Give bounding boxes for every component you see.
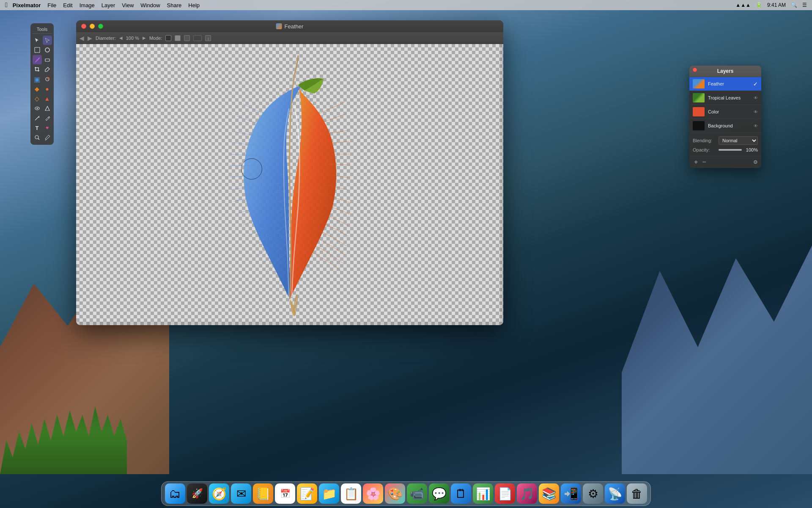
tool-eye[interactable]	[33, 104, 42, 113]
layers-title: Layers	[689, 66, 761, 77]
background-layer-visible[interactable]: 👁	[754, 124, 758, 128]
dock-ibooks[interactable]: 📚	[539, 483, 559, 504]
tool-brush[interactable]	[33, 55, 42, 64]
tool-arrow[interactable]	[43, 36, 52, 45]
dock-finder[interactable]: 🗂	[165, 483, 185, 504]
notification-icon[interactable]: ☰	[802, 2, 807, 8]
dock-prefs[interactable]: ⚙	[583, 483, 603, 504]
feather-layer-name: Feather	[708, 81, 750, 86]
background-layer-name: Background	[708, 123, 750, 128]
scrollbar-vertical[interactable]	[500, 44, 503, 325]
dock-calendar[interactable]: 📅	[275, 483, 295, 504]
remove-layer-button[interactable]: −	[701, 158, 707, 166]
menu-window[interactable]: Window	[140, 2, 160, 8]
tool-pointer[interactable]	[33, 36, 42, 45]
window-maximize[interactable]	[98, 24, 103, 29]
dock-itunes[interactable]: 🎵	[517, 483, 537, 504]
tool-smudge[interactable]: ◆	[33, 84, 42, 94]
blend-select[interactable]: Normal Multiply Screen Overlay	[719, 136, 758, 145]
tool-dodge[interactable]: ◇	[33, 94, 42, 103]
menubar:  Pixelmator File Edit Image Layer View …	[0, 0, 812, 10]
layer-tropical-leaves[interactable]: Tropical Leaves 👁	[689, 91, 761, 105]
dock-pages[interactable]: 📄	[495, 483, 515, 504]
window-minimize[interactable]	[90, 24, 95, 29]
tool-magic-wand[interactable]	[43, 45, 52, 55]
tropical-layer-visible[interactable]: 👁	[754, 96, 758, 100]
tool-eraser[interactable]	[43, 55, 52, 64]
canvas-window: Feather ◀ ▶ Diameter: ◀ 100 % ▶ Mode: ↕	[76, 20, 503, 325]
diameter-down[interactable]: ◀	[119, 36, 123, 40]
menu-image[interactable]: Image	[80, 2, 95, 8]
svg-point-1	[45, 48, 49, 52]
tool-crop[interactable]	[33, 65, 42, 74]
tool-paint-bucket[interactable]: ▣	[33, 75, 42, 84]
layers-panel-close[interactable]	[693, 68, 697, 72]
canvas-area[interactable]	[76, 44, 503, 325]
tool-shape[interactable]: ♥	[43, 123, 52, 133]
nav-forward[interactable]: ▶	[88, 35, 92, 41]
mode-btn-1[interactable]	[165, 35, 171, 41]
scrollbar-horizontal[interactable]	[76, 322, 500, 325]
menu-layer[interactable]: Layer	[102, 2, 115, 8]
apple-menu[interactable]: 	[5, 1, 8, 9]
dock-facetime[interactable]: 📹	[407, 483, 427, 504]
canvas-icon	[276, 23, 282, 29]
diameter-value[interactable]: 100 %	[126, 36, 139, 41]
search-icon[interactable]: 🔍	[791, 2, 797, 8]
dock-mail[interactable]: ✉	[231, 483, 251, 504]
tool-zoom[interactable]	[33, 133, 42, 142]
color-layer-visible[interactable]: 👁	[754, 110, 758, 114]
opacity-slider[interactable]	[719, 149, 742, 151]
mode-btn-4[interactable]	[193, 35, 202, 41]
dock-contacts[interactable]: 📒	[253, 483, 273, 504]
dock-safari[interactable]: 🧭	[209, 483, 229, 504]
nav-back[interactable]: ◀	[80, 35, 84, 41]
tool-rect-select[interactable]	[33, 45, 42, 55]
feather-layer-visible[interactable]: ✓	[753, 81, 758, 87]
dock-keynote[interactable]: 🗒	[451, 483, 471, 504]
menu-edit[interactable]: Edit	[63, 2, 72, 8]
menu-help[interactable]: Help	[188, 2, 200, 8]
dock-pixelmator[interactable]: 🎨	[385, 483, 405, 504]
layers-panel: Layers Feather ✓ Tropical Leaves 👁 Color…	[689, 66, 761, 168]
dock-photos[interactable]: 🌸	[363, 483, 383, 504]
mode-btn-2[interactable]	[175, 35, 181, 41]
menu-pixelmator[interactable]: Pixelmator	[13, 2, 41, 8]
svg-rect-0	[35, 47, 40, 52]
dock-appstore[interactable]: 📲	[561, 483, 581, 504]
dock-airdrop[interactable]: 📡	[605, 483, 625, 504]
tool-pen[interactable]	[33, 113, 42, 123]
window-close[interactable]	[81, 24, 86, 29]
dock-reminders[interactable]: 📋	[341, 483, 361, 504]
dock-trash[interactable]: 🗑	[627, 483, 647, 504]
tool-pencil[interactable]	[43, 113, 52, 123]
layers-gear-button[interactable]: ⚙	[753, 159, 758, 165]
mode-btn-5[interactable]: ↕	[205, 35, 211, 41]
dock: 🗂 🚀 🧭 ✉ 📒 📅 📝 📁 📋 🌸 🎨 📹 💬 🗒 📊 📄 🎵 📚 📲 ⚙ …	[161, 481, 651, 506]
svg-point-7	[35, 135, 38, 139]
layer-feather[interactable]: Feather ✓	[689, 77, 761, 91]
dock-launchpad[interactable]: 🚀	[187, 483, 207, 504]
menu-share[interactable]: Share	[167, 2, 182, 8]
diameter-up[interactable]: ▶	[143, 36, 146, 40]
tool-eyedropper-2[interactable]	[43, 65, 52, 74]
tool-color-picker[interactable]	[43, 133, 52, 142]
tool-text[interactable]: T	[33, 123, 42, 133]
menu-items: Pixelmator File Edit Image Layer View Wi…	[13, 2, 200, 8]
battery-icon: 🔋	[756, 2, 762, 8]
tool-gradient[interactable]	[43, 75, 52, 84]
layer-background[interactable]: Background 👁	[689, 119, 761, 133]
tool-triangle[interactable]	[43, 104, 52, 113]
tool-sponge[interactable]: ▲	[43, 94, 52, 103]
dock-numbers[interactable]: 📊	[473, 483, 493, 504]
feather-thumbnail	[693, 79, 705, 88]
add-layer-button[interactable]: +	[693, 158, 699, 166]
dock-files[interactable]: 📁	[319, 483, 339, 504]
menu-view[interactable]: View	[122, 2, 134, 8]
layer-color[interactable]: Color 👁	[689, 105, 761, 119]
dock-messages[interactable]: 💬	[429, 483, 449, 504]
tool-burn[interactable]: ●	[43, 84, 52, 94]
dock-notes[interactable]: 📝	[297, 483, 317, 504]
menu-file[interactable]: File	[47, 2, 56, 8]
mode-btn-3[interactable]	[184, 35, 190, 41]
